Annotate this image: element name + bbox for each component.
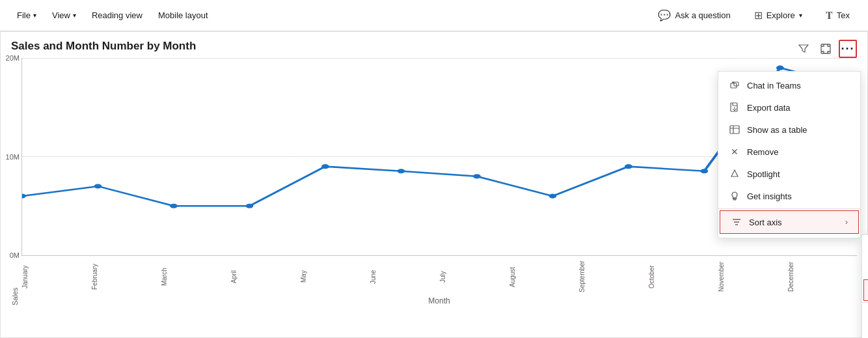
- teams-icon: [729, 79, 740, 91]
- context-menu: Chat in Teams Export data Show as a tabl…: [718, 71, 861, 238]
- svg-rect-17: [730, 126, 739, 134]
- topbar-right: 💬 Ask a question ⊞ Explore ▾ 𝐓 Tex: [650, 5, 858, 25]
- view-chevron-icon: ▾: [73, 12, 76, 19]
- y-tick-label-20m: 20M: [0, 54, 20, 62]
- x-label-january: January: [21, 259, 91, 295]
- y-tick-label-10m: 10M: [0, 153, 20, 161]
- submenu-item-month[interactable]: Month: [862, 238, 868, 258]
- menu-item-get-insights[interactable]: Get insights: [718, 185, 860, 207]
- x-label-october: October: [648, 259, 718, 295]
- explore-icon: ⊞: [754, 9, 763, 21]
- explore-chevron-icon: ▾: [799, 12, 802, 19]
- mobile-layout-button[interactable]: Mobile layout: [152, 7, 215, 24]
- svg-point-7: [473, 174, 481, 178]
- table-icon: [729, 124, 740, 135]
- menu-item-show-table[interactable]: Show as a table: [718, 119, 860, 141]
- lightbulb-icon: [729, 190, 740, 202]
- svg-point-2: [94, 184, 102, 188]
- view-label: View: [52, 10, 70, 20]
- ask-question-button[interactable]: 💬 Ask a question: [650, 5, 738, 25]
- svg-point-10: [700, 169, 708, 173]
- menu-divider: [718, 208, 860, 209]
- submenu-divider: [862, 302, 868, 303]
- x-label-december: December: [787, 259, 857, 295]
- file-label: File: [17, 10, 31, 20]
- x-label-july: July: [439, 259, 509, 295]
- chart-toolbar: ···: [794, 40, 857, 58]
- menu-label-export-data: Export data: [747, 103, 791, 113]
- file-menu[interactable]: File ▾: [10, 7, 43, 24]
- text-icon: 𝐓: [826, 10, 833, 21]
- ask-question-label: Ask a question: [675, 10, 730, 20]
- topbar-left: File ▾ View ▾ Reading view Mobile layout: [10, 7, 215, 24]
- y-axis-label: Sales: [11, 58, 19, 305]
- menu-item-remove[interactable]: ✕ Remove: [718, 141, 860, 163]
- sort-axis-icon: [731, 216, 742, 228]
- x-label-march: March: [161, 259, 230, 295]
- svg-point-5: [321, 164, 329, 169]
- svg-point-15: [732, 81, 734, 83]
- x-label-april: April: [230, 259, 300, 295]
- topbar: File ▾ View ▾ Reading view Mobile layout…: [0, 0, 868, 31]
- text-label: Tex: [837, 10, 850, 20]
- menu-label-remove: Remove: [747, 147, 778, 157]
- x-label-august: August: [509, 259, 578, 295]
- x-label-november: November: [718, 259, 787, 295]
- menu-label-get-insights: Get insights: [747, 191, 792, 201]
- menu-label-chat-teams: Chat in Teams: [747, 81, 801, 91]
- explore-button[interactable]: ⊞ Explore ▾: [746, 5, 810, 25]
- explore-label: Explore: [766, 10, 795, 20]
- reading-view-label: Reading view: [92, 10, 142, 20]
- svg-rect-0: [821, 44, 830, 53]
- submenu-item-sales[interactable]: Sales: [862, 258, 868, 278]
- x-label-february: February: [91, 259, 161, 295]
- svg-point-9: [625, 164, 632, 169]
- x-label-may: May: [300, 259, 370, 295]
- view-menu[interactable]: View ▾: [46, 7, 83, 24]
- x-axis-title: Month: [21, 296, 857, 305]
- submenu-item-sort-descending[interactable]: ↧ Sort descending: [862, 304, 868, 324]
- submenu-item-month-number[interactable]: ✓ Month Number: [863, 279, 868, 301]
- submenu-item-sort-ascending[interactable]: ✓ ↥ Sort ascending: [862, 324, 868, 338]
- filter-icon-button[interactable]: [794, 40, 813, 58]
- menu-item-spotlight[interactable]: Spotlight: [718, 163, 860, 185]
- main-area: Sales and Month Number by Month ··· Sale…: [0, 31, 868, 338]
- x-icon: ✕: [729, 146, 740, 158]
- mobile-layout-label: Mobile layout: [158, 10, 208, 20]
- ellipsis-icon: ···: [841, 42, 854, 56]
- x-label-september: September: [578, 259, 648, 295]
- svg-point-1: [22, 194, 26, 199]
- chart-title: Sales and Month Number by Month: [11, 40, 857, 53]
- more-options-button[interactable]: ···: [839, 40, 857, 58]
- chat-icon: 💬: [658, 9, 671, 21]
- menu-item-chat-teams[interactable]: Chat in Teams: [718, 74, 860, 96]
- x-label-june: June: [370, 259, 439, 295]
- sort-axis-arrow-icon: ›: [845, 218, 848, 227]
- submenu: Month Sales ✓ Month Number ↧ Sort descen…: [861, 234, 868, 338]
- menu-label-spotlight: Spotlight: [747, 169, 780, 179]
- svg-point-6: [398, 169, 405, 173]
- x-axis: January February March April May June Ju…: [21, 256, 857, 295]
- svg-point-4: [246, 204, 254, 208]
- y-tick-label-0m: 0M: [0, 251, 20, 259]
- reading-view-button[interactable]: Reading view: [85, 7, 149, 24]
- svg-point-8: [549, 194, 556, 199]
- text-button[interactable]: 𝐓 Tex: [818, 6, 858, 25]
- export-icon: [729, 102, 740, 113]
- svg-point-11: [776, 66, 784, 70]
- menu-item-export-data[interactable]: Export data: [718, 96, 860, 119]
- menu-item-sort-axis[interactable]: Sort axis ›: [720, 210, 859, 234]
- expand-icon-button[interactable]: [817, 40, 835, 58]
- file-chevron-icon: ▾: [33, 12, 36, 19]
- menu-label-show-table: Show as a table: [747, 125, 807, 135]
- svg-point-3: [170, 204, 178, 208]
- menu-label-sort-axis: Sort axis: [749, 218, 782, 227]
- spotlight-icon: [729, 168, 740, 180]
